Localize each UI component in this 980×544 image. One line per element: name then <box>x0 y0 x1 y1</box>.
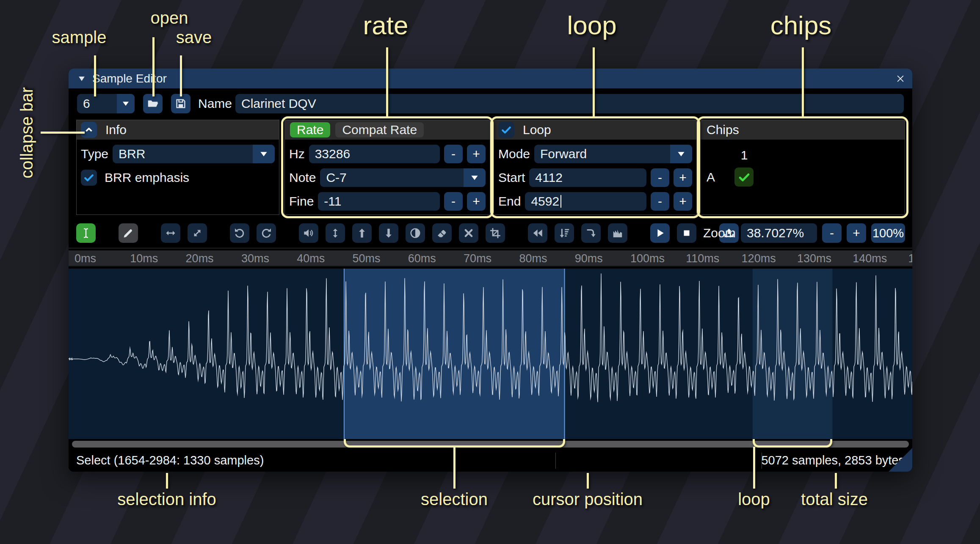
type-value: BRR <box>119 147 145 161</box>
edit-cursor-button[interactable] <box>76 223 96 243</box>
info-panel-title: Info <box>105 123 127 137</box>
ruler-tick: 40ms <box>297 252 325 265</box>
amplify-button[interactable] <box>326 223 345 243</box>
annotation-line-loop <box>753 447 755 489</box>
annotation-line-sample <box>94 55 96 96</box>
annotation-chips: chips <box>770 10 832 40</box>
preview-button[interactable] <box>299 223 318 243</box>
ruler-tick: 10ms <box>130 252 158 265</box>
crop-button[interactable] <box>486 223 505 243</box>
ruler-tick: 50ms <box>353 252 381 265</box>
save-sample-button[interactable] <box>171 94 190 113</box>
ruler-tick: 140ms <box>853 252 887 265</box>
status-bar: Select (1654-2984: 1330 samples) 5072 sa… <box>69 449 912 472</box>
type-label: Type <box>81 147 108 161</box>
brr-emphasis-label: BRR emphasis <box>105 170 189 185</box>
annotation-selection: selection <box>421 490 488 509</box>
create-wavetable-button[interactable] <box>608 223 627 243</box>
toolbar-separator <box>103 233 111 234</box>
toolbar-divider <box>69 248 912 248</box>
resize-horizontal-button[interactable] <box>161 223 180 243</box>
annotation-line-cursor-position <box>587 473 589 489</box>
invert-button[interactable] <box>406 223 425 243</box>
annotation-cursor-position: cursor position <box>533 490 643 509</box>
open-sample-button[interactable] <box>143 94 163 113</box>
toolbar-separator <box>512 233 521 234</box>
chevron-up-icon <box>83 124 94 135</box>
info-panel: Info Type BRR BRR emphasis <box>76 120 279 215</box>
annotation-loop-top: loop <box>567 10 616 40</box>
ruler-tick: 110ms <box>686 252 719 265</box>
ruler-tick: 80ms <box>519 252 547 265</box>
ruler-tick: 150ms <box>908 252 913 265</box>
toolbar-separator <box>214 233 223 234</box>
close-icon <box>894 72 907 85</box>
chevron-down-icon <box>253 145 275 163</box>
chevron-down-icon[interactable] <box>117 94 135 113</box>
annotation-line-total-size <box>835 473 837 489</box>
annotation-box-rate <box>281 116 494 218</box>
arrow-up-button[interactable] <box>352 223 372 243</box>
zoom-value: 38.7027% <box>747 226 804 240</box>
annotation-line-chips <box>802 47 804 116</box>
insert-button[interactable] <box>581 223 601 243</box>
annotation-box-chips <box>697 116 908 218</box>
collapse-window-triangle-icon[interactable] <box>77 74 86 83</box>
resize-free-button[interactable] <box>188 223 207 243</box>
total-size-text: 5072 samples, 2853 bytes <box>761 453 905 467</box>
type-dropdown[interactable]: BRR <box>113 145 275 163</box>
undo-button[interactable] <box>230 223 249 243</box>
redo-button[interactable] <box>257 223 276 243</box>
folder-open-icon <box>146 97 159 110</box>
rewind-button[interactable] <box>528 223 547 243</box>
timeline-ruler[interactable]: 0ms10ms20ms30ms40ms50ms60ms70ms80ms90ms1… <box>69 250 912 267</box>
sample-select-value: 6 <box>83 96 90 111</box>
zoom-reset-button[interactable]: 100% <box>871 223 905 243</box>
stop-button[interactable] <box>677 223 696 243</box>
selection-info-text: Select (1654-2984: 1330 samples) <box>76 453 264 467</box>
annotation-bracket-loop <box>753 439 833 448</box>
annotation-save: save <box>176 28 212 47</box>
zoom-out-button[interactable]: - <box>822 223 842 243</box>
ruler-tick: 0ms <box>75 252 96 265</box>
brr-emphasis-checkbox[interactable] <box>81 170 97 186</box>
floppy-save-icon <box>174 97 187 110</box>
annotation-line-open <box>152 37 155 96</box>
downsample-button[interactable] <box>555 223 574 243</box>
annotation-sample: sample <box>52 28 107 47</box>
close-button[interactable] <box>890 69 911 88</box>
play-button[interactable] <box>650 223 670 243</box>
window-titlebar[interactable]: Sample Editor <box>69 69 912 88</box>
annotation-line-selection-info <box>166 473 168 489</box>
annotation-rate: rate <box>363 10 409 40</box>
check-icon <box>83 172 95 184</box>
sample-select-dropdown[interactable]: 6 <box>77 94 135 113</box>
zoom-in-button[interactable]: + <box>847 223 866 243</box>
collapse-bar-button[interactable] <box>81 122 97 138</box>
annotation-line-selection <box>453 447 455 489</box>
eraser-button[interactable] <box>432 223 452 243</box>
screenshot-stage: Sample Editor 6 <box>0 0 980 544</box>
ruler-tick: 70ms <box>464 252 491 265</box>
waveform-canvas[interactable] <box>69 269 912 439</box>
ruler-tick: 120ms <box>742 252 776 265</box>
annotation-loop-bottom: loop <box>738 490 770 509</box>
annotation-line-collapse-bar <box>41 132 85 134</box>
name-label: Name <box>198 94 232 113</box>
annotation-selection-info: selection info <box>117 490 216 509</box>
ruler-tick: 90ms <box>575 252 603 265</box>
annotation-open: open <box>151 8 188 27</box>
annotation-bracket-selection <box>344 439 565 448</box>
window-title: Sample Editor <box>92 72 167 85</box>
delete-button[interactable] <box>459 223 478 243</box>
toolbar-separator <box>283 233 292 234</box>
toolbar-separator <box>635 233 643 234</box>
zoom-label: Zoom <box>703 223 736 243</box>
zoom-value-input[interactable]: 38.7027% <box>741 223 817 243</box>
ruler-tick: 60ms <box>408 252 436 265</box>
sample-name-value: Clarinet DQV <box>241 96 316 111</box>
toolbar-separator <box>145 233 154 234</box>
arrow-down-button[interactable] <box>379 223 398 243</box>
pencil-button[interactable] <box>119 223 138 243</box>
info-panel-header: Info <box>77 120 279 140</box>
